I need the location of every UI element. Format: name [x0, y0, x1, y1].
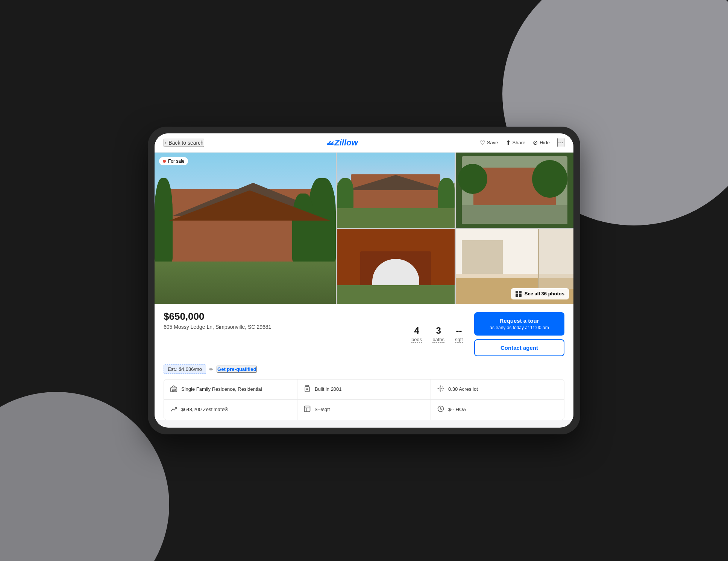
detail-cell-2: 0.30 Acres lot	[431, 380, 564, 399]
sqft-price-icon	[303, 405, 311, 414]
photo-2-image	[456, 153, 573, 228]
price-address-container: $650,000 605 Mossy Ledge Ln, Simpsonvill…	[164, 311, 400, 358]
tree1a	[337, 178, 353, 208]
share-button[interactable]: ⬆ Share	[506, 139, 526, 146]
see-all-photos-button[interactable]: See all 36 photos	[511, 288, 569, 299]
sqft-stat: -- sqft	[455, 325, 463, 343]
zillow-logo-icon	[326, 139, 334, 147]
property-details-grid: Single Family Residence, Residential Bui…	[164, 379, 564, 420]
svg-point-7	[440, 388, 441, 389]
sqft-label: sqft	[455, 337, 463, 343]
back-arrow-icon: ‹	[164, 139, 166, 146]
railing	[538, 229, 573, 289]
aerial-tree2	[458, 164, 487, 194]
tree-left	[155, 178, 173, 262]
photo-3[interactable]	[337, 229, 455, 304]
brick-top	[337, 229, 455, 251]
main-photo-image	[155, 153, 336, 304]
nav-header: ‹ Back to search Zillow ♡ Save ⬆ Sha	[155, 133, 573, 153]
wrench-icon	[303, 385, 311, 394]
property-price: $650,000	[164, 311, 400, 322]
detail-text-1: Built in 2001	[315, 386, 342, 393]
photo-2[interactable]	[456, 153, 573, 228]
request-tour-button[interactable]: Request a tour as early as today at 11:0…	[474, 312, 564, 336]
property-main-info: $650,000 605 Mossy Ledge Ln, Simpsonvill…	[155, 304, 573, 364]
est-badge: Est.: $4,036/mo	[164, 364, 206, 374]
baths-stat: 3 baths	[432, 325, 444, 343]
for-sale-badge: For sale	[159, 157, 188, 165]
est-payment-row: Est.: $4,036/mo ✏ Get pre-qualified	[155, 364, 573, 379]
property-address: 605 Mossy Ledge Ln, Simpsonville, SC 296…	[164, 324, 400, 330]
photo-3-image	[337, 229, 455, 304]
svg-rect-8	[305, 406, 310, 412]
hoa-icon	[437, 405, 444, 414]
detail-text-2: 0.30 Acres lot	[448, 386, 478, 393]
main-photo[interactable]: For sale	[155, 153, 336, 304]
save-button[interactable]: ♡ Save	[480, 139, 498, 146]
device-screen: ‹ Back to search Zillow ♡ Save ⬆ Sha	[155, 133, 573, 428]
zillow-logo: Zillow	[326, 138, 358, 148]
est-label: Est.:	[168, 366, 177, 372]
svg-rect-2	[174, 389, 176, 390]
beds-label: beds	[411, 337, 422, 343]
home-icon	[170, 385, 177, 394]
detail-text-5: $-- HOA	[448, 407, 466, 413]
share-label: Share	[513, 140, 526, 145]
grid-icon	[516, 291, 522, 297]
tree1b	[438, 178, 455, 208]
detail-cell-3: $648,200 Zestimate®	[164, 400, 297, 420]
photo-grid: For sale	[155, 153, 573, 304]
tour-sublabel: as early as today at 11:00 am	[482, 325, 557, 330]
detail-cell-5: $-- HOA	[431, 400, 564, 420]
hide-icon: ⊘	[533, 139, 538, 146]
property-stats: 4 beds 3 baths -- sqft	[400, 311, 474, 358]
hide-label: Hide	[540, 140, 550, 145]
pre-qualified-label: Get pre-qualified	[217, 366, 256, 372]
detail-text-3: $648,200 Zestimate®	[181, 407, 228, 413]
cta-panel: Request a tour as early as today at 11:0…	[474, 311, 564, 358]
beds-stat: 4 beds	[411, 325, 422, 343]
bushes	[337, 285, 455, 304]
tree-right2	[292, 194, 314, 262]
ground1	[337, 207, 455, 228]
more-options-button[interactable]: ···	[557, 138, 564, 147]
svg-point-12	[440, 408, 441, 410]
detail-cell-4: $--/sqft	[297, 400, 431, 420]
baths-value: 3	[432, 325, 444, 336]
pencil-icon: ✏	[209, 366, 214, 372]
est-monthly: $4,036/mo	[179, 366, 202, 372]
detail-text-4: $--/sqft	[315, 407, 330, 413]
baths-label: baths	[432, 337, 444, 343]
photo-4[interactable]: See all 36 photos	[456, 229, 573, 304]
device-frame: ‹ Back to search Zillow ♡ Save ⬆ Sha	[148, 127, 580, 434]
svg-rect-1	[173, 390, 174, 392]
aerial-road	[462, 205, 568, 224]
grid-cell-1	[516, 291, 518, 293]
detail-cell-0: Single Family Residence, Residential	[164, 380, 297, 399]
zillow-logo-text: Zillow	[334, 138, 358, 148]
grid-cell-3	[516, 294, 518, 297]
zestimate-icon	[170, 405, 177, 414]
for-sale-dot	[163, 160, 166, 163]
contact-agent-button[interactable]: Contact agent	[474, 339, 564, 356]
hide-button[interactable]: ⊘ Hide	[533, 139, 550, 146]
heart-icon: ♡	[480, 139, 485, 146]
lot-icon	[437, 385, 444, 394]
grid-cell-4	[519, 294, 522, 297]
back-button[interactable]: ‹ Back to search	[164, 139, 204, 147]
save-label: Save	[487, 140, 498, 145]
photo-1-image	[337, 153, 455, 228]
tour-label: Request a tour	[499, 318, 539, 324]
detail-text-0: Single Family Residence, Residential	[181, 386, 262, 393]
share-icon: ⬆	[506, 139, 511, 146]
back-label: Back to search	[168, 140, 203, 146]
beds-value: 4	[411, 325, 422, 336]
for-sale-label: For sale	[168, 159, 184, 164]
photo-1[interactable]	[337, 153, 455, 228]
grid-cell-2	[519, 291, 522, 293]
aerial-tree1	[532, 160, 567, 198]
pre-qualified-button[interactable]: Get pre-qualified	[217, 366, 257, 373]
ground	[155, 259, 336, 304]
see-all-photos-label: See all 36 photos	[525, 291, 564, 296]
wall-feature	[462, 240, 503, 274]
